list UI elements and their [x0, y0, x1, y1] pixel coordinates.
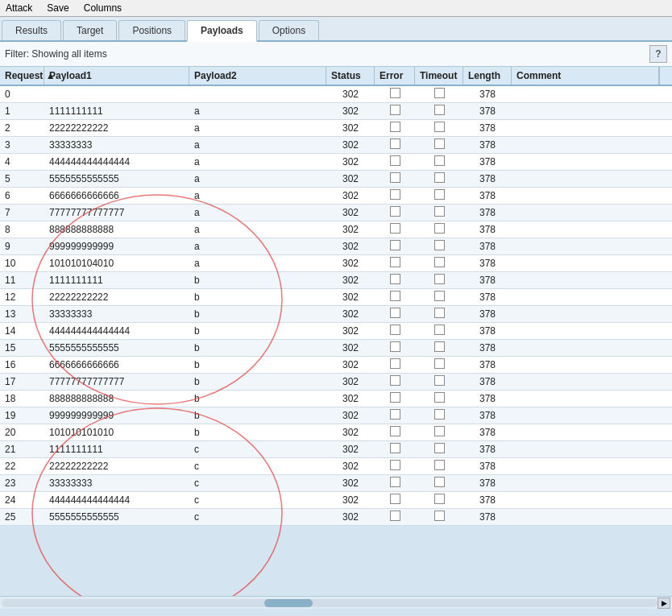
error-checkbox[interactable]	[390, 477, 400, 487]
timeout-checkbox[interactable]	[434, 341, 445, 352]
error-checkbox[interactable]	[390, 511, 400, 521]
error-checkbox[interactable]	[390, 189, 400, 200]
error-checkbox[interactable]	[390, 223, 400, 234]
error-checkbox[interactable]	[390, 274, 400, 284]
table-row[interactable]: 3 33333333 a 302 378	[0, 137, 672, 154]
table-row[interactable]: 4 444444444444444 a 302 378	[0, 154, 672, 171]
error-checkbox[interactable]	[390, 172, 400, 183]
help-button[interactable]: ?	[649, 45, 667, 63]
error-checkbox[interactable]	[390, 443, 400, 453]
col-header-payload2[interactable]: Payload2	[189, 67, 326, 85]
error-checkbox[interactable]	[390, 358, 400, 369]
error-checkbox[interactable]	[390, 494, 400, 504]
error-checkbox[interactable]	[390, 138, 400, 149]
table-row[interactable]: 10 101010104010 a 302 378	[0, 255, 672, 272]
table-row[interactable]: 7 77777777777777 a 302 378	[0, 205, 672, 221]
tab-options[interactable]: Options	[259, 20, 319, 40]
table-row[interactable]: 8 888888888888 a 302 378	[0, 221, 672, 238]
error-checkbox[interactable]	[390, 392, 400, 403]
col-header-payload1[interactable]: Payload1	[44, 67, 189, 85]
timeout-checkbox[interactable]	[434, 155, 445, 166]
timeout-checkbox[interactable]	[434, 172, 445, 183]
menu-save[interactable]: Save	[44, 2, 71, 14]
timeout-checkbox[interactable]	[434, 325, 445, 335]
error-checkbox[interactable]	[390, 375, 400, 386]
table-row[interactable]: 12 22222222222 b 302 378	[0, 289, 672, 306]
table-row[interactable]: 21 1111111111 c 302 378	[0, 441, 672, 458]
menu-columns[interactable]: Columns	[81, 2, 124, 14]
error-checkbox[interactable]	[390, 206, 400, 217]
error-checkbox[interactable]	[390, 308, 400, 318]
table-row[interactable]: 14 444444444444444 b 302 378	[0, 323, 672, 340]
error-checkbox[interactable]	[390, 240, 400, 250]
error-checkbox[interactable]	[390, 122, 400, 132]
error-checkbox[interactable]	[390, 88, 400, 98]
error-checkbox[interactable]	[390, 105, 400, 115]
table-row[interactable]: 18 888888888888 b 302 378	[0, 391, 672, 407]
col-header-comment[interactable]: Comment	[512, 67, 659, 85]
tab-positions[interactable]: Positions	[118, 20, 185, 40]
col-header-timeout[interactable]: Timeout	[415, 67, 463, 85]
table-row[interactable]: 1 1111111111 a 302 378	[0, 103, 672, 120]
col-header-request[interactable]: Request ▲	[0, 67, 44, 85]
tab-payloads[interactable]: Payloads	[187, 20, 257, 42]
error-checkbox[interactable]	[390, 291, 400, 301]
timeout-checkbox[interactable]	[434, 375, 445, 386]
timeout-checkbox[interactable]	[434, 274, 445, 284]
timeout-checkbox[interactable]	[434, 477, 445, 487]
timeout-checkbox[interactable]	[434, 240, 445, 250]
table-row[interactable]: 17 77777777777777 b 302 378	[0, 374, 672, 391]
table-row[interactable]: 6 6666666666666 a 302 378	[0, 188, 672, 205]
table-row[interactable]: 24 444444444444444 c 302 378	[0, 492, 672, 509]
timeout-checkbox[interactable]	[434, 460, 445, 470]
error-checkbox[interactable]	[390, 409, 400, 420]
timeout-checkbox[interactable]	[434, 88, 445, 98]
timeout-checkbox[interactable]	[434, 206, 445, 217]
col-header-length[interactable]: Length	[463, 67, 512, 85]
timeout-checkbox[interactable]	[434, 426, 445, 436]
col-header-error[interactable]: Error	[375, 67, 415, 85]
timeout-checkbox[interactable]	[434, 511, 445, 521]
menu-attack[interactable]: Attack	[3, 2, 35, 14]
error-checkbox[interactable]	[390, 325, 400, 335]
col-header-status[interactable]: Status	[326, 67, 375, 85]
timeout-checkbox[interactable]	[434, 223, 445, 234]
table-row[interactable]: 5 5555555555555 a 302 378	[0, 171, 672, 188]
cell-comment	[512, 397, 672, 400]
error-checkbox[interactable]	[390, 341, 400, 352]
table-row[interactable]: 23 33333333 c 302 378	[0, 475, 672, 492]
error-checkbox[interactable]	[390, 460, 400, 470]
table-body-wrapper[interactable]: 0 302 378 1 1111111111 a 302 378	[0, 86, 672, 596]
table-row[interactable]: 25 5555555555555 c 302 378	[0, 509, 672, 526]
horizontal-scrollbar[interactable]: ▶	[0, 596, 672, 609]
table-row[interactable]: 11 1111111111 b 302 378	[0, 272, 672, 289]
timeout-checkbox[interactable]	[434, 308, 445, 318]
table-row[interactable]: 22 22222222222 c 302 378	[0, 458, 672, 475]
timeout-checkbox[interactable]	[434, 138, 445, 149]
timeout-checkbox[interactable]	[434, 409, 445, 420]
table-row[interactable]: 2 22222222222 a 302 378	[0, 120, 672, 137]
table-row[interactable]: 0 302 378	[0, 86, 672, 103]
table-row[interactable]: 15 5555555555555 b 302 378	[0, 340, 672, 357]
error-checkbox[interactable]	[390, 257, 400, 267]
error-checkbox[interactable]	[390, 426, 400, 436]
timeout-checkbox[interactable]	[434, 392, 445, 403]
table-row[interactable]: 20 101010101010 b 302 378	[0, 424, 672, 441]
timeout-checkbox[interactable]	[434, 358, 445, 369]
tab-target[interactable]: Target	[63, 20, 117, 40]
table-row[interactable]: 9 999999999999 a 302 378	[0, 238, 672, 255]
table-row[interactable]: 19 999999999999 b 302 378	[0, 407, 672, 424]
timeout-checkbox[interactable]	[434, 494, 445, 504]
h-scroll-thumb[interactable]	[264, 599, 313, 607]
tab-results[interactable]: Results	[2, 20, 61, 40]
table-row[interactable]: 13 33333333 b 302 378	[0, 306, 672, 323]
error-checkbox[interactable]	[390, 155, 400, 166]
table-row[interactable]: 16 6666666666666 b 302 378	[0, 357, 672, 374]
h-scroll-track[interactable]	[2, 599, 657, 607]
timeout-checkbox[interactable]	[434, 257, 445, 267]
timeout-checkbox[interactable]	[434, 189, 445, 200]
timeout-checkbox[interactable]	[434, 105, 445, 115]
timeout-checkbox[interactable]	[434, 291, 445, 301]
timeout-checkbox[interactable]	[434, 443, 445, 453]
timeout-checkbox[interactable]	[434, 122, 445, 132]
